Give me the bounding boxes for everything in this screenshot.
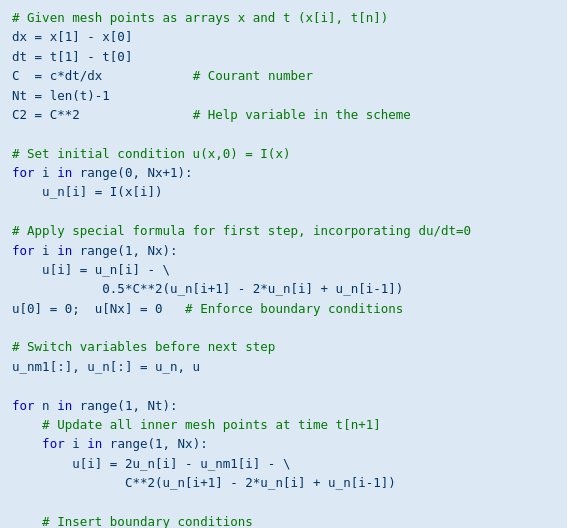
code-line-16: u[0] = 0; u[Nx] = 0 # Enforce boundary c… xyxy=(12,301,403,316)
comment-line-18: # Switch variables before next step xyxy=(12,339,275,354)
comment-line-27: # Insert boundary conditions xyxy=(12,514,253,528)
code-line-13: for i in range(1, Nx): xyxy=(12,243,178,258)
code-line-19: u_nm1[:], u_n[:] = u_n, u xyxy=(12,359,200,374)
comment-line-12: # Apply special formula for first step, … xyxy=(12,223,471,238)
code-line-10: u_n[i] = I(x[i]) xyxy=(12,184,163,199)
code-line-23: for i in range(1, Nx): xyxy=(12,436,208,451)
code-block: # Given mesh points as arrays x and t (x… xyxy=(12,8,555,528)
code-line-2: dx = x[1] - x[0] xyxy=(12,29,132,44)
code-line-24: u[i] = 2u_n[i] - u_nm1[i] - \ xyxy=(12,456,290,471)
comment-line-1: # Given mesh points as arrays x and t (x… xyxy=(12,10,388,25)
code-line-6: C2 = C**2 # Help variable in the scheme xyxy=(12,107,411,122)
code-line-15: 0.5*C**2(u_n[i+1] - 2*u_n[i] + u_n[i-1]) xyxy=(12,281,403,296)
comment-line-8: # Set initial condition u(x,0) = I(x) xyxy=(12,146,290,161)
code-container: # Given mesh points as arrays x and t (x… xyxy=(0,0,567,528)
code-line-21: for n in range(1, Nt): xyxy=(12,398,178,413)
comment-line-22: # Update all inner mesh points at time t… xyxy=(12,417,381,432)
code-line-25: C**2(u_n[i+1] - 2*u_n[i] + u_n[i-1]) xyxy=(12,475,396,490)
code-line-3: dt = t[1] - t[0] xyxy=(12,49,132,64)
code-line-14: u[i] = u_n[i] - \ xyxy=(12,262,170,277)
code-line-5: Nt = len(t)-1 xyxy=(12,88,110,103)
code-line-4: C = c*dt/dx # Courant number xyxy=(12,68,313,83)
code-line-9: for i in range(0, Nx+1): xyxy=(12,165,193,180)
